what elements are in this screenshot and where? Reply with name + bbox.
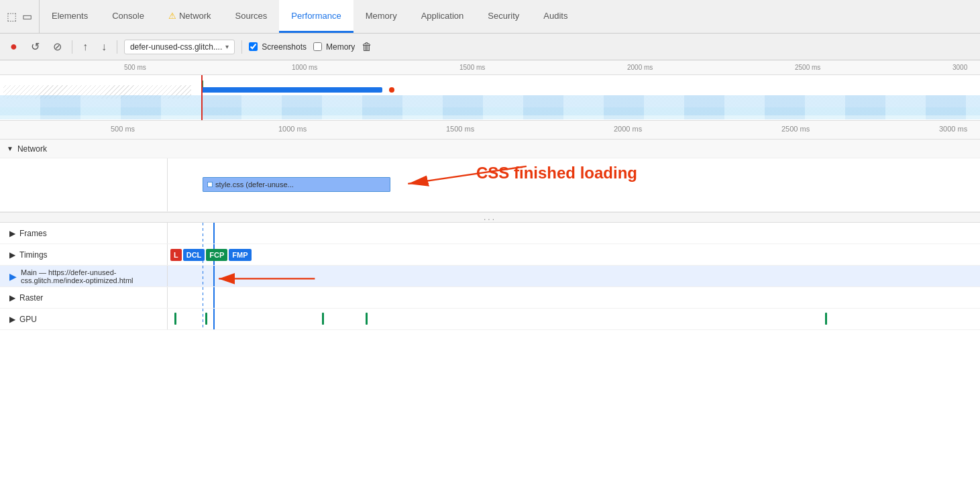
tab-console-label: Console: [112, 11, 144, 21]
tab-console[interactable]: Console: [100, 0, 156, 33]
gpu-label[interactable]: ▶ GPU: [0, 309, 168, 329]
raster-content: [168, 287, 980, 308]
raster-label[interactable]: ▶ Raster: [0, 287, 168, 308]
cursor-icon[interactable]: ⬚: [7, 10, 17, 23]
blue-vline-main: [213, 266, 215, 286]
refresh-button[interactable]: ↺: [28, 39, 43, 54]
timeline-tracks-mini: [0, 75, 980, 121]
triangle-icon: ▼: [7, 145, 13, 152]
network-section-header[interactable]: ▼ Network: [0, 140, 980, 158]
tab-security[interactable]: Security: [476, 0, 531, 33]
main-content: 500 ms 1000 ms 1500 ms 2000 ms 2500 ms 3…: [0, 60, 980, 477]
timing-badges: L DCL FCP FMP: [170, 249, 252, 261]
timeline-main: 500 ms 1000 ms 1500 ms 2000 ms 2500 ms 3…: [0, 121, 980, 477]
timings-triangle-icon: ▶: [9, 250, 15, 260]
gpu-content: [168, 309, 980, 329]
tab-sources[interactable]: Sources: [223, 0, 280, 33]
upload-button[interactable]: ↑: [79, 40, 91, 54]
tab-security-label: Security: [488, 11, 519, 21]
ruler-main-500: 500 ms: [111, 125, 135, 133]
raster-triangle-icon: ▶: [9, 293, 15, 303]
ruler-label-1000: 1000 ms: [292, 64, 317, 71]
dropdown-arrow-icon: ▾: [225, 43, 229, 50]
frames-label[interactable]: ▶ Frames: [0, 223, 168, 244]
tab-sources-label: Sources: [235, 11, 268, 21]
timings-content: L DCL FCP FMP: [168, 244, 980, 265]
clear-button[interactable]: ⊘: [50, 39, 65, 54]
badge-l: L: [170, 249, 182, 261]
screenshot-strip-bottom: [0, 107, 980, 119]
play-icon: ▶: [9, 271, 17, 282]
tab-audits-label: Audits: [543, 11, 567, 21]
ruler-main-2500: 2500 ms: [781, 125, 810, 133]
tab-application-label: Application: [421, 11, 464, 21]
tab-network-label: Network: [179, 11, 211, 21]
ruler-main: 500 ms 1000 ms 1500 ms 2000 ms 2500 ms 3…: [0, 121, 980, 140]
ruler-main-1000: 1000 ms: [278, 125, 307, 133]
tab-bar: ⬚ ▭ Elements Console ⚠ Network Sources P…: [0, 0, 980, 34]
main-label[interactable]: ▶ Main — https://defer-unused-css.glitch…: [0, 266, 168, 286]
screenshots-label: Screenshots: [262, 42, 307, 52]
badge-fmp: FMP: [229, 249, 251, 261]
blue-vline-raster: [213, 287, 215, 308]
css-bar[interactable]: style.css (defer-unuse...: [203, 177, 390, 192]
main-text: Main — https://defer-unused-css.glitch.m…: [21, 268, 167, 284]
trash-button[interactable]: 🗑: [362, 41, 372, 53]
frames-triangle-icon: ▶: [9, 229, 15, 238]
main-content-row: FCP: [168, 266, 980, 286]
toolbar-divider: [72, 40, 72, 54]
screenshots-checkbox[interactable]: [249, 42, 258, 51]
record-button[interactable]: ●: [7, 38, 21, 55]
url-selector[interactable]: defer-unused-css.glitch.... ▾: [124, 40, 235, 54]
dashed-vline-raster: [203, 287, 203, 308]
tab-performance[interactable]: Performance: [279, 0, 353, 33]
ruler-label-2500: 2500 ms: [795, 64, 820, 71]
main-row: ▶ Main — https://defer-unused-css.glitch…: [0, 266, 980, 287]
badge-dcl: DCL: [183, 249, 205, 261]
ruler-label-500: 500 ms: [124, 64, 146, 71]
gpu-bar-4: [366, 313, 368, 325]
mini-dot-orange: [389, 87, 394, 93]
ruler-label-3000: 3000: [952, 64, 967, 71]
timings-label[interactable]: ▶ Timings: [0, 244, 168, 265]
gpu-bar-3: [205, 313, 207, 325]
gpu-triangle-icon: ▶: [9, 315, 15, 324]
ruler-top: 500 ms 1000 ms 1500 ms 2000 ms 2500 ms 3…: [0, 60, 980, 75]
ruler-main-3000: 3000 ms: [939, 125, 967, 133]
url-display: defer-unused-css.glitch....: [130, 42, 222, 52]
tab-network[interactable]: ⚠ Network: [156, 0, 223, 33]
badge-fcp: FCP: [206, 249, 227, 261]
devtools-icons: ⬚ ▭: [0, 0, 40, 33]
tab-application[interactable]: Application: [409, 0, 476, 33]
css-annotation-text: CSS finished loading: [476, 164, 637, 182]
toolbar-divider-3: [241, 40, 242, 54]
blue-vline-gpu: [213, 309, 215, 329]
tab-elements[interactable]: Elements: [40, 0, 100, 33]
memory-checkbox[interactable]: [313, 42, 322, 51]
tab-audits[interactable]: Audits: [531, 0, 580, 33]
gpu-bar-2: [322, 313, 324, 325]
separator-dots: ...: [0, 212, 980, 223]
raster-text: Raster: [19, 293, 43, 303]
network-row-inner: style.css (defer-unuse... CSS finished l…: [168, 158, 980, 211]
tab-memory[interactable]: Memory: [353, 0, 409, 33]
timeline-rows: ▼ Network style.css (defer-unuse...: [0, 140, 980, 477]
dashed-vline-1: [203, 223, 203, 244]
device-icon[interactable]: ▭: [22, 10, 32, 23]
frames-content: [168, 223, 980, 244]
toolbar: ● ↺ ⊘ ↑ ↓ defer-unused-css.glitch.... ▾ …: [0, 34, 980, 60]
timings-row: ▶ Timings L DCL FCP FMP: [0, 244, 980, 266]
memory-checkbox-group: Memory: [313, 42, 355, 52]
frames-row: ▶ Frames: [0, 223, 980, 244]
blue-vline-frames: [213, 223, 215, 244]
memory-label: Memory: [326, 42, 355, 52]
timings-text: Timings: [19, 250, 48, 260]
gpu-bar-5: [825, 313, 827, 325]
tab-memory-label: Memory: [366, 11, 397, 21]
download-button[interactable]: ↓: [98, 40, 110, 54]
gpu-bar-1: [174, 313, 176, 325]
ruler-main-1500: 1500 ms: [446, 125, 474, 133]
gpu-text: GPU: [19, 315, 37, 324]
ruler-main-2000: 2000 ms: [614, 125, 642, 133]
screenshots-checkbox-group: Screenshots: [249, 42, 307, 52]
